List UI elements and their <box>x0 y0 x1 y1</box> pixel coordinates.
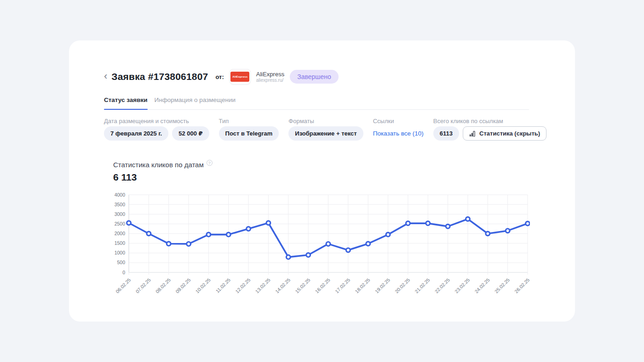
svg-text:17.02.25: 17.02.25 <box>334 277 351 294</box>
svg-text:1000: 1000 <box>115 250 126 255</box>
info-label: Тип <box>219 118 279 125</box>
svg-text:1500: 1500 <box>115 240 126 246</box>
svg-text:500: 500 <box>117 260 125 265</box>
svg-text:26.02.25: 26.02.25 <box>513 277 530 294</box>
help-icon[interactable]: ? <box>207 160 213 166</box>
svg-text:15.02.25: 15.02.25 <box>294 277 311 294</box>
svg-text:0: 0 <box>122 270 125 275</box>
aliexpress-logo-icon: AliExpress <box>230 72 249 82</box>
svg-text:06.02.25: 06.02.25 <box>115 277 132 294</box>
from-label: от: <box>215 74 224 80</box>
svg-text:23.02.25: 23.02.25 <box>454 277 471 294</box>
info-links: Ссылки Показать все (10) <box>373 118 424 137</box>
request-info-row: Дата размещения и стоимость 7 февраля 20… <box>104 118 529 141</box>
svg-text:21.02.25: 21.02.25 <box>414 277 431 294</box>
info-type: Тип Пост в Telegram <box>219 118 279 141</box>
info-label: Ссылки <box>373 118 424 125</box>
info-date-cost: Дата размещения и стоимость 7 февраля 20… <box>104 118 209 141</box>
cost-chip: 52 000 ₽ <box>172 126 209 141</box>
page-title: Заявка #1738061807 <box>111 71 208 82</box>
stats-toggle-button[interactable]: Статистика (скрыть) <box>463 126 546 141</box>
advertiser-url: aliexpress.ru/ <box>256 78 284 83</box>
svg-text:07.02.25: 07.02.25 <box>134 277 151 294</box>
info-label: Форматы <box>288 118 363 125</box>
show-all-links-link[interactable]: Показать все (10) <box>373 130 424 137</box>
svg-text:3000: 3000 <box>115 211 126 217</box>
date-chip: 7 февраля 2025 г. <box>104 126 168 141</box>
format-chip: Изображение + текст <box>288 126 363 141</box>
stats-toggle-label: Статистика (скрыть) <box>479 130 540 137</box>
svg-text:11.02.25: 11.02.25 <box>214 277 231 294</box>
svg-text:16.02.25: 16.02.25 <box>314 277 331 294</box>
clicks-count-chip: 6113 <box>433 126 459 141</box>
tab-placement-info[interactable]: Информация о размещении <box>155 96 236 109</box>
svg-text:12.02.25: 12.02.25 <box>234 277 251 294</box>
status-badge: Завершено <box>290 70 339 84</box>
svg-text:10.02.25: 10.02.25 <box>194 277 211 294</box>
clicks-chart-section: Статистика кликов по датам ? 6 113 05001… <box>113 161 529 300</box>
info-total-clicks: Всего кликов по ссылкам 6113 Статистика … <box>433 118 546 141</box>
clicks-line-chart[interactable]: 0500100015002000250030003500400006.02.25… <box>99 192 530 299</box>
info-label: Дата размещения и стоимость <box>104 118 209 125</box>
svg-text:25.02.25: 25.02.25 <box>494 277 511 294</box>
svg-text:08.02.25: 08.02.25 <box>155 277 172 294</box>
svg-text:2500: 2500 <box>115 221 126 226</box>
svg-text:2000: 2000 <box>115 231 126 236</box>
svg-text:20.02.25: 20.02.25 <box>394 277 411 294</box>
advertiser-info: AliExpress aliexpress.ru/ <box>256 71 284 83</box>
svg-text:4000: 4000 <box>115 192 126 198</box>
svg-text:18.02.25: 18.02.25 <box>354 277 371 294</box>
svg-text:14.02.25: 14.02.25 <box>274 277 291 294</box>
bar-chart-icon <box>469 130 476 137</box>
svg-text:22.02.25: 22.02.25 <box>434 277 451 294</box>
tab-request-status[interactable]: Статус заявки <box>104 96 148 109</box>
request-header: ‹ Заявка #1738061807 от: AliExpress AliE… <box>104 69 529 85</box>
info-label: Всего кликов по ссылкам <box>433 118 546 125</box>
chart-title: Статистика кликов по датам <box>113 161 204 169</box>
svg-text:24.02.25: 24.02.25 <box>473 277 490 294</box>
svg-text:3500: 3500 <box>115 202 126 207</box>
chart-total-value: 6 113 <box>113 172 529 183</box>
tab-bar: Статус заявки Информация о размещении <box>104 96 529 110</box>
advertiser-name: AliExpress <box>256 71 284 78</box>
svg-text:19.02.25: 19.02.25 <box>374 277 391 294</box>
advertiser-logo: AliExpress <box>230 69 251 85</box>
request-card: ‹ Заявка #1738061807 от: AliExpress AliE… <box>69 40 575 322</box>
svg-text:09.02.25: 09.02.25 <box>174 277 191 294</box>
type-chip: Пост в Telegram <box>219 126 279 141</box>
info-formats: Форматы Изображение + текст <box>288 118 363 141</box>
back-button[interactable]: ‹ <box>104 71 107 83</box>
svg-text:13.02.25: 13.02.25 <box>254 277 271 294</box>
